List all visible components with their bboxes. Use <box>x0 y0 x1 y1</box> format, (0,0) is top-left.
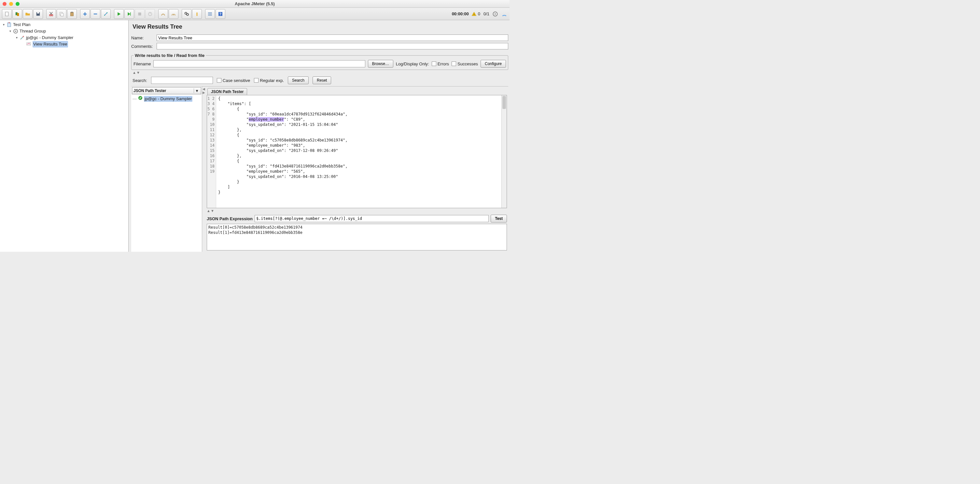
search-label: Search: <box>132 78 147 83</box>
help-icon[interactable]: ? <box>216 9 225 19</box>
json-path-input[interactable] <box>255 215 489 222</box>
test-button[interactable]: Test <box>491 215 507 222</box>
results-output[interactable]: Result[0]=c57058e8db8689ca52c4be13961974… <box>207 224 507 251</box>
test-plan-icon <box>6 22 12 27</box>
warning-icon: ! <box>471 11 477 17</box>
name-input[interactable] <box>157 35 508 41</box>
svg-point-25 <box>495 13 496 14</box>
tree-toggle[interactable]: ▾ <box>2 23 5 26</box>
properties-pane: View Results Tree Name: Comments: Write … <box>129 20 509 252</box>
function-helper-icon[interactable] <box>205 9 215 19</box>
warning-badge[interactable]: ! 0 <box>471 11 480 17</box>
svg-rect-19 <box>208 14 212 14</box>
panel-title: View Results Tree <box>132 24 508 30</box>
renderer-selected: JSON Path Tester <box>134 89 166 93</box>
start-icon[interactable] <box>114 9 124 19</box>
browse-button[interactable]: Browse… <box>368 60 393 68</box>
elapsed-timer: 00:00:00 <box>452 11 469 16</box>
start-no-pause-icon[interactable] <box>124 9 134 19</box>
tree-node-test-plan[interactable]: Test Plan <box>13 21 30 28</box>
results-tree[interactable]: — jp@gc - Dummy Sampler <box>131 95 202 252</box>
response-code[interactable]: { "items": [ { "sys_id": "60eaa1dc47870d… <box>216 95 501 208</box>
filename-label: Filename <box>134 62 151 67</box>
toggle-icon[interactable] <box>101 9 111 19</box>
svg-point-6 <box>51 14 53 16</box>
svg-rect-9 <box>71 12 73 16</box>
clear-icon[interactable] <box>158 9 168 19</box>
templates-icon[interactable] <box>13 9 22 19</box>
cut-icon[interactable] <box>46 9 56 19</box>
window-title: Apache JMeter (5.5) <box>0 1 509 6</box>
stop-icon[interactable] <box>135 9 145 19</box>
expand-icon[interactable] <box>80 9 90 19</box>
collapse-handle[interactable]: ▲▼ <box>132 71 508 75</box>
result-item[interactable]: jp@gc - Dummy Sampler <box>144 96 192 102</box>
tree-node-listener[interactable]: View Results Tree <box>33 41 68 48</box>
split-handle[interactable]: ◀▶ <box>202 87 205 252</box>
warning-count: 0 <box>478 11 480 16</box>
collapse-handle-lower[interactable]: ▲▼ <box>207 209 507 213</box>
file-fieldset: Write results to file / Read from file F… <box>131 53 508 70</box>
svg-rect-20 <box>208 15 212 16</box>
response-data-box: 1 2 3 4 5 6 7 8 9 10 11 12 13 14 15 16 1… <box>207 95 507 208</box>
save-icon[interactable] <box>33 9 43 19</box>
svg-point-29 <box>15 30 16 32</box>
log-display-label: Log/Display Only: <box>396 62 429 67</box>
thread-counts: 0/1 <box>484 11 489 16</box>
search-input[interactable] <box>151 77 213 84</box>
titlebar: Apache JMeter (5.5) <box>0 0 509 8</box>
svg-rect-10 <box>71 12 73 13</box>
tree-node-sampler[interactable]: jp@gc - Dummy Sampler <box>26 35 73 41</box>
reset-button[interactable]: Reset <box>313 76 331 84</box>
tree-toggle[interactable]: ▾ <box>8 30 12 33</box>
renderer-combo[interactable]: JSON Path Tester ▾ <box>132 87 201 94</box>
open-icon[interactable] <box>23 9 33 19</box>
filename-input[interactable] <box>153 60 365 67</box>
copy-icon[interactable] <box>57 9 67 19</box>
expression-label: JSON Path Expression <box>207 216 253 221</box>
svg-rect-4 <box>37 12 39 13</box>
sampler-icon <box>19 35 25 40</box>
test-plan-tree[interactable]: ▾ Test Plan ▾ Thread Group <box>0 20 129 252</box>
case-sensitive-checkbox[interactable]: Case sensitive <box>217 78 250 83</box>
svg-point-16 <box>186 13 189 15</box>
new-file-icon[interactable] <box>2 9 12 19</box>
svg-point-5 <box>49 14 51 16</box>
scrollbar[interactable] <box>501 95 507 208</box>
clear-all-icon[interactable] <box>169 9 178 19</box>
chevron-down-icon: ▾ <box>194 89 200 93</box>
errors-checkbox[interactable]: Errors <box>432 62 449 67</box>
configure-button[interactable]: Configure <box>480 60 506 68</box>
regex-checkbox[interactable]: Regular exp. <box>254 78 284 83</box>
log-icon[interactable] <box>501 11 508 17</box>
success-icon <box>138 96 143 102</box>
svg-rect-0 <box>6 12 8 16</box>
svg-rect-27 <box>9 22 10 24</box>
svg-rect-17 <box>197 13 197 16</box>
successes-checkbox[interactable]: Successes <box>452 62 478 67</box>
svg-point-12 <box>107 12 107 13</box>
paste-icon[interactable] <box>67 9 77 19</box>
svg-rect-2 <box>17 13 19 16</box>
svg-rect-13 <box>138 13 141 15</box>
thread-group-icon <box>13 29 18 34</box>
listener-icon <box>26 42 31 47</box>
shutdown-icon[interactable] <box>145 9 155 19</box>
file-legend: Write results to file / Read from file <box>134 53 206 58</box>
comments-label: Comments: <box>131 44 157 49</box>
name-label: Name: <box>131 35 157 40</box>
svg-rect-18 <box>208 13 212 13</box>
tree-node-thread-group[interactable]: Thread Group <box>19 28 46 35</box>
svg-point-11 <box>104 14 105 16</box>
search-icon[interactable] <box>182 9 191 19</box>
tree-toggle[interactable]: ▾ <box>15 36 18 40</box>
svg-rect-8 <box>61 13 64 16</box>
tab-json-path-tester[interactable]: JSON Path Tester <box>207 88 247 95</box>
svg-text:?: ? <box>220 12 221 16</box>
threads-indicator-icon <box>492 11 498 17</box>
search-button[interactable]: Search <box>288 76 309 84</box>
line-gutter: 1 2 3 4 5 6 7 8 9 10 11 12 13 14 15 16 1… <box>207 95 216 208</box>
comments-input[interactable] <box>157 43 508 49</box>
collapse-icon[interactable] <box>91 9 100 19</box>
reset-search-icon[interactable] <box>192 9 202 19</box>
